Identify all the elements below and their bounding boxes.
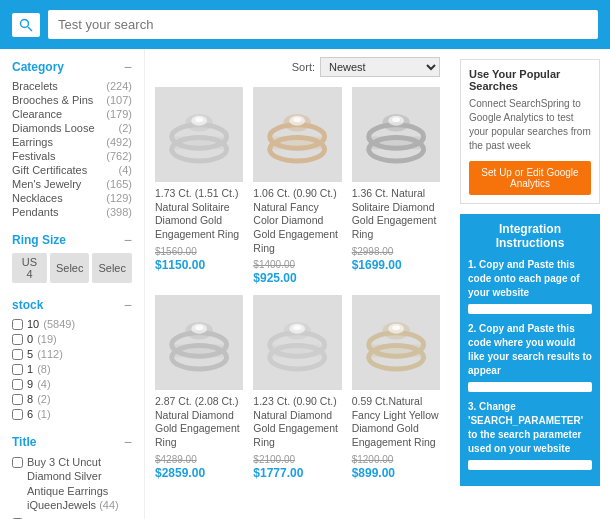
step-number: 3. Change 'SEARCH_PARAMETER' to the sear… [468, 400, 592, 456]
title-items: Buy 3 Ct Uncut Diamond Silver Antique Ea… [12, 455, 132, 519]
integration-steps: 1. Copy and Paste this code onto each pa… [468, 258, 592, 470]
stock-value: 9 [27, 378, 33, 390]
stock-item: 9(4) [12, 378, 132, 390]
product-image [352, 295, 440, 390]
svg-line-1 [28, 27, 32, 31]
stock-header: stock − [12, 297, 132, 313]
product-card[interactable]: 2.87 Ct. (2.08 Ct.) Natural Diamond Gold… [155, 295, 243, 480]
title-collapse[interactable]: − [124, 434, 132, 450]
stock-value: 6 [27, 408, 33, 420]
svg-point-0 [21, 19, 29, 27]
category-item-name: Diamonds Loose [12, 122, 95, 134]
content-area: Sort: Newest Price: Low to High Price: H… [145, 49, 450, 519]
title-filter-item: Buy 3 Ct Uncut Diamond Silver Antique Ea… [12, 455, 132, 512]
category-item[interactable]: Gift Certificates(4) [12, 164, 132, 176]
category-item[interactable]: Pendants(398) [12, 206, 132, 218]
svg-rect-28 [270, 345, 325, 358]
stock-item: 8(2) [12, 393, 132, 405]
sidebar: Category − Bracelets(224)Brooches & Pins… [0, 49, 145, 519]
svg-point-19 [392, 117, 400, 122]
category-item-name: Pendants [12, 206, 58, 218]
stock-collapse[interactable]: − [124, 297, 132, 313]
product-card[interactable]: 1.73 Ct. (1.51 Ct.) Natural Solitaire Di… [155, 87, 243, 285]
search-input[interactable] [48, 10, 598, 39]
category-item[interactable]: Festivals(762) [12, 150, 132, 162]
analytics-button[interactable]: Set Up or Edit Google Analytics [469, 161, 591, 195]
product-card[interactable]: 1.06 Ct. (0.90 Ct.) Natural Fancy Color … [253, 87, 341, 285]
ring-size-collapse[interactable]: − [124, 232, 132, 248]
product-card[interactable]: 1.23 Ct. (0.90 Ct.) Natural Diamond Gold… [253, 295, 341, 480]
product-old-price: $1560.00 [155, 246, 243, 257]
title-section: Title − Buy 3 Ct Uncut Diamond Silver An… [12, 434, 132, 519]
product-image [352, 87, 440, 182]
category-collapse[interactable]: − [124, 59, 132, 75]
stock-items: 10(5849)0(19)5(112)1(8)9(4)8(2)6(1) [12, 318, 132, 420]
product-card[interactable]: 0.59 Ct.Natural Fancy Light Yellow Diamo… [352, 295, 440, 480]
product-old-price: $2100.00 [253, 454, 341, 465]
category-item[interactable]: Earrings(492) [12, 136, 132, 148]
ring-size-btn-0[interactable]: US 4 [12, 253, 47, 283]
category-item-count: (165) [106, 178, 132, 190]
product-card[interactable]: 1.36 Ct. Natural Solitaire Diamond Gold … [352, 87, 440, 285]
popular-searches-title: Use Your Popular Searches [469, 68, 591, 92]
product-image [253, 295, 341, 390]
category-item[interactable]: Brooches & Pins(107) [12, 94, 132, 106]
product-new-price: $2859.00 [155, 466, 243, 480]
category-item-count: (492) [106, 136, 132, 148]
step-number: 2. Copy and Paste this code where you wo… [468, 322, 592, 378]
stock-checkbox[interactable] [12, 409, 23, 420]
stock-value: 8 [27, 393, 33, 405]
ring-size-title: Ring Size [12, 233, 66, 247]
product-new-price: $925.00 [253, 271, 341, 285]
product-new-price: $1699.00 [352, 258, 440, 272]
stock-value: 5 [27, 348, 33, 360]
stock-checkbox[interactable] [12, 379, 23, 390]
product-old-price: $4289.00 [155, 454, 243, 465]
category-item-name: Bracelets [12, 80, 58, 92]
category-item[interactable]: Men's Jewelry(165) [12, 178, 132, 190]
code-box[interactable] [468, 382, 592, 392]
category-item[interactable]: Diamonds Loose(2) [12, 122, 132, 134]
code-box[interactable] [468, 460, 592, 470]
title-filter-title: Title [12, 435, 36, 449]
product-old-price: $1200.00 [352, 454, 440, 465]
stock-item: 1(8) [12, 363, 132, 375]
ring-size-btn-2[interactable]: Selec [92, 253, 132, 283]
svg-point-31 [294, 326, 302, 331]
integration-step-3: 3. Change 'SEARCH_PARAMETER' to the sear… [468, 400, 592, 470]
category-item-count: (107) [106, 94, 132, 106]
stock-count: (5849) [43, 318, 75, 330]
search-bar [0, 0, 610, 49]
category-item[interactable]: Necklaces(129) [12, 192, 132, 204]
title-checkbox[interactable] [12, 457, 23, 468]
category-item[interactable]: Bracelets(224) [12, 80, 132, 92]
ring-size-btn-1[interactable]: Selec [50, 253, 90, 283]
category-item-count: (4) [119, 164, 132, 176]
stock-checkbox[interactable] [12, 319, 23, 330]
stock-count: (4) [37, 378, 50, 390]
category-header: Category − [12, 59, 132, 75]
sort-label: Sort: [292, 61, 315, 73]
stock-checkbox[interactable] [12, 334, 23, 345]
ring-size-header: Ring Size − [12, 232, 132, 248]
svg-point-37 [392, 326, 400, 331]
popular-searches-box: Use Your Popular Searches Connect Search… [460, 59, 600, 204]
svg-rect-4 [172, 136, 227, 149]
category-item[interactable]: Clearance(179) [12, 108, 132, 120]
category-section: Category − Bracelets(224)Brooches & Pins… [12, 59, 132, 218]
category-item-count: (762) [106, 150, 132, 162]
title-header: Title − [12, 434, 132, 450]
svg-rect-22 [172, 345, 227, 358]
product-new-price: $1777.00 [253, 466, 341, 480]
sort-select[interactable]: Newest Price: Low to High Price: High to… [320, 57, 440, 77]
code-box[interactable] [468, 304, 592, 314]
stock-checkbox[interactable] [12, 349, 23, 360]
sort-bar: Sort: Newest Price: Low to High Price: H… [155, 57, 440, 77]
stock-checkbox[interactable] [12, 394, 23, 405]
category-item-count: (398) [106, 206, 132, 218]
category-item-count: (179) [106, 108, 132, 120]
popular-searches-text: Connect SearchSpring to Google Analytics… [469, 97, 591, 153]
category-items: Bracelets(224)Brooches & Pins(107)Cleara… [12, 80, 132, 218]
stock-count: (2) [37, 393, 50, 405]
stock-checkbox[interactable] [12, 364, 23, 375]
